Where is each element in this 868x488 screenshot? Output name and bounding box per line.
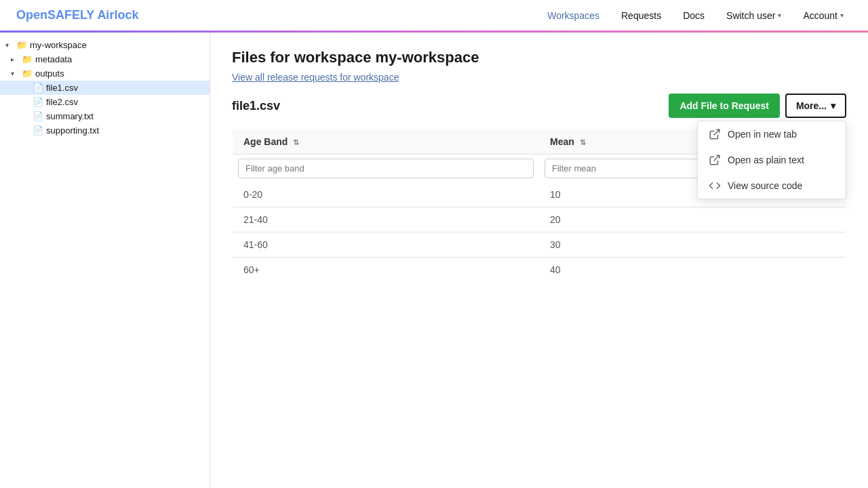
tree-label: file1.csv [46, 83, 78, 93]
navbar: OpenSAFELY Airlock Workspaces Requests D… [0, 0, 868, 33]
tree-label: outputs [35, 68, 64, 79]
main-content: Files for workspace my-workspace View al… [210, 33, 868, 488]
switch-user-chevron-icon: ▾ [778, 12, 781, 19]
dropdown-item-label: Open as plain text [728, 155, 804, 165]
dropdown-menu: Open in new tab Open as plain text View … [697, 121, 846, 199]
tree-toggle-icon: ▸ [11, 56, 22, 63]
sidebar-item-outputs[interactable]: ▾📁outputs [0, 66, 210, 81]
cell-age-band: 0-20 [233, 182, 540, 207]
nav-docs[interactable]: Docs [675, 6, 713, 25]
sort-mean-icon[interactable]: ⇅ [580, 138, 586, 146]
page-title: Files for workspace my-workspace [232, 49, 846, 66]
sidebar-item-supporting.txt[interactable]: 📄supporting.txt [0, 123, 210, 138]
tree-label: metadata [35, 54, 72, 64]
account-chevron-icon: ▾ [840, 12, 844, 19]
nav-switch-user[interactable]: Switch user ▾ [718, 6, 789, 25]
file-toolbar: file1.csv Add File to Request More... ▾ … [232, 94, 846, 118]
svg-line-0 [714, 129, 719, 135]
table-row: 41-60 30 [233, 232, 846, 258]
more-chevron-icon: ▾ [831, 100, 835, 111]
more-button[interactable]: More... ▾ [785, 94, 846, 118]
tree-label: summary.txt [46, 111, 94, 121]
code-icon [709, 180, 721, 192]
page-subtitle: View all release requests for workspace [232, 72, 846, 83]
tree-label: file2.csv [46, 97, 78, 107]
sidebar: ▾📁my-workspace▸📁metadata▾📁outputs📄file1.… [0, 33, 210, 488]
table-row: 21-40 20 [233, 207, 846, 232]
page-header: Files for workspace my-workspace View al… [210, 33, 868, 94]
toolbar-actions: Add File to Request More... ▾ Open in ne… [669, 94, 846, 118]
cell-age-band: 21-40 [233, 207, 540, 232]
nav-requests[interactable]: Requests [613, 6, 669, 25]
file-view: file1.csv Add File to Request More... ▾ … [210, 94, 868, 283]
brand-part1: OpenSAFELY [16, 8, 94, 22]
filter-age-band-input[interactable] [238, 159, 534, 178]
dropdown-item-open-new-tab[interactable]: Open in new tab [698, 121, 846, 147]
tree-label: supporting.txt [46, 125, 99, 136]
cell-mean: 40 [539, 258, 846, 283]
page-container: ▾📁my-workspace▸📁metadata▾📁outputs📄file1.… [0, 33, 868, 488]
tree-label: my-workspace [30, 40, 87, 50]
col-age-band: Age Band ⇅ [233, 129, 540, 155]
tree-toggle-icon: ▾ [5, 41, 16, 49]
sidebar-item-summary.txt[interactable]: 📄summary.txt [0, 109, 210, 123]
folder-icon: 📁 [16, 40, 27, 50]
file-icon: 📄 [33, 83, 43, 93]
sidebar-item-metadata[interactable]: ▸📁metadata [0, 52, 210, 66]
file-icon: 📄 [33, 97, 43, 107]
navbar-nav: Workspaces Requests Docs Switch user ▾ A… [539, 6, 852, 25]
svg-line-1 [714, 155, 719, 161]
file-icon: 📄 [33, 125, 43, 136]
tree-toggle-icon: ▾ [11, 70, 22, 77]
sidebar-item-my-workspace[interactable]: ▾📁my-workspace [0, 38, 210, 52]
cell-age-band: 41-60 [233, 232, 540, 258]
sidebar-item-file1.csv[interactable]: 📄file1.csv [0, 81, 210, 95]
file-name: file1.csv [232, 99, 280, 113]
external-link-icon [709, 128, 721, 140]
dropdown-item-label: Open in new tab [728, 129, 797, 140]
nav-account[interactable]: Account ▾ [795, 6, 852, 25]
folder-icon: 📁 [22, 68, 33, 79]
table-row: 60+ 40 [233, 258, 846, 283]
dropdown-item-view-source[interactable]: View source code [698, 173, 846, 199]
dropdown-item-label: View source code [728, 180, 802, 191]
sort-age-band-icon[interactable]: ⇅ [293, 138, 299, 146]
external-link-icon [709, 154, 721, 166]
cell-mean: 30 [539, 232, 846, 258]
cell-mean: 20 [539, 207, 846, 232]
folder-icon: 📁 [22, 54, 33, 64]
file-icon: 📄 [33, 111, 43, 121]
release-requests-link[interactable]: View all release requests for workspace [232, 72, 399, 83]
nav-workspaces[interactable]: Workspaces [539, 6, 608, 25]
cell-age-band: 60+ [233, 258, 540, 283]
sidebar-item-file2.csv[interactable]: 📄file2.csv [0, 95, 210, 109]
brand: OpenSAFELY Airlock [16, 8, 539, 22]
add-file-button[interactable]: Add File to Request [669, 94, 779, 118]
brand-part2: Airlock [97, 8, 138, 22]
dropdown-item-open-plain-text[interactable]: Open as plain text [698, 147, 846, 173]
